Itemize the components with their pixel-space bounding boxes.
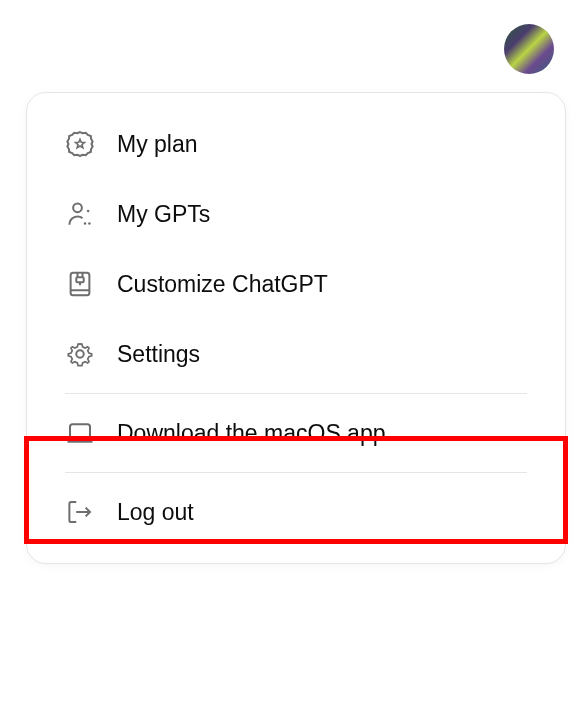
menu-item-label: My GPTs — [117, 201, 210, 228]
menu-item-label: Settings — [117, 341, 200, 368]
menu-item-settings[interactable]: Settings — [27, 319, 565, 389]
menu-item-download-app[interactable]: Download the macOS app — [27, 398, 565, 468]
svg-point-3 — [88, 222, 91, 225]
menu-item-label: Log out — [117, 499, 194, 526]
svg-point-0 — [73, 203, 82, 212]
divider — [65, 472, 527, 473]
menu-item-logout[interactable]: Log out — [27, 477, 565, 547]
gear-icon — [65, 339, 95, 369]
logout-icon — [65, 497, 95, 527]
menu-item-my-gpts[interactable]: My GPTs — [27, 179, 565, 249]
menu-item-customize[interactable]: Customize ChatGPT — [27, 249, 565, 319]
svg-point-10 — [76, 350, 84, 358]
menu-item-label: My plan — [117, 131, 198, 158]
divider — [65, 393, 527, 394]
book-plug-icon — [65, 269, 95, 299]
svg-rect-11 — [70, 424, 90, 438]
svg-point-2 — [84, 222, 87, 225]
menu-item-label: Customize ChatGPT — [117, 271, 328, 298]
person-dots-icon — [65, 199, 95, 229]
svg-rect-8 — [76, 277, 84, 282]
star-badge-icon — [65, 129, 95, 159]
avatar[interactable] — [504, 24, 554, 74]
laptop-icon — [65, 418, 95, 448]
svg-point-1 — [87, 210, 90, 213]
menu-item-label: Download the macOS app — [117, 420, 386, 447]
user-menu: My plan My GPTs Customize ChatG — [26, 92, 566, 564]
menu-item-my-plan[interactable]: My plan — [27, 109, 565, 179]
